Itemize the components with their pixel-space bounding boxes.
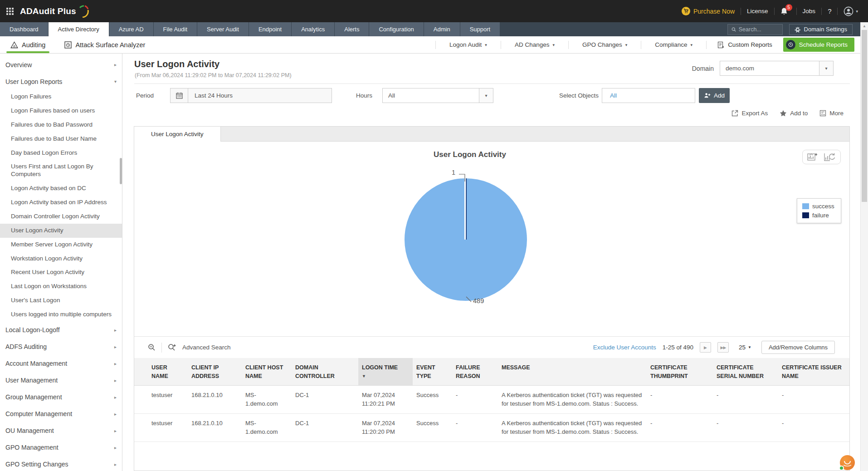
hours-select[interactable]: All ▾ — [382, 88, 493, 103]
advanced-search-icon[interactable] — [168, 343, 176, 351]
sidebar-item-logon-activity-based-on-dc[interactable]: Logon Activity based on DC — [0, 182, 122, 196]
domain-select[interactable]: demo.com ▾ — [720, 61, 834, 76]
nav-tab-endpoint[interactable]: Endpoint — [249, 22, 291, 36]
column-header-domain-controller[interactable]: DOMAIN CONTROLLER — [292, 358, 358, 385]
sidebar-item-logon-activity-based-on-ip-address[interactable]: Logon Activity based on IP Address — [0, 196, 122, 210]
sidebar-item-failures-due-to-bad-password[interactable]: Failures due to Bad Password — [0, 118, 122, 132]
menu-ad-changes[interactable]: AD Changes▾ — [501, 41, 568, 48]
purchase-now-button[interactable]: Purchase Now — [682, 7, 735, 15]
period-picker[interactable]: Last 24 Hours — [170, 88, 332, 103]
custom-reports-button[interactable]: Custom Reports — [717, 41, 772, 49]
advanced-search-label[interactable]: Advanced Search — [182, 344, 231, 351]
tab-auditing[interactable]: Auditing — [6, 36, 49, 53]
help-icon[interactable]: ? — [828, 7, 831, 15]
column-header-user-name[interactable]: USER NAME — [148, 358, 188, 385]
scrollbar-thumb[interactable] — [862, 30, 867, 202]
column-header-client-host-name[interactable]: CLIENT HOST NAME — [242, 358, 292, 385]
sidebar-item-ou-management[interactable]: OU Management▸ — [0, 422, 122, 439]
sidebar-item-user-logon-activity[interactable]: User Logon Activity — [0, 224, 122, 238]
column-header-logon-time[interactable]: LOGON TIME▼ — [358, 358, 413, 385]
sidebar-item-day-based-logon-errors[interactable]: Day based Logon Errors — [0, 146, 122, 160]
domain-settings-button[interactable]: Domain Settings — [789, 24, 853, 35]
column-header-failure-reason[interactable]: FAILURE REASON — [452, 358, 498, 385]
table-row[interactable]: testuser168.21.0.10MS-1.demo.comDC-1Mar … — [134, 414, 849, 442]
sidebar-item-logon-failures-based-on-users[interactable]: Logon Failures based on users — [0, 104, 122, 118]
nav-tab-configuration[interactable]: Configuration — [369, 22, 423, 36]
sidebar-item-last-logon-on-workstations[interactable]: Last Logon on Workstations — [0, 280, 122, 294]
legend-item-failure[interactable]: failure — [802, 212, 834, 219]
menu-compliance[interactable]: Compliance▾ — [641, 41, 706, 48]
sidebar-scrollbar-thumb[interactable] — [120, 158, 122, 184]
sidebar-item-local-logon-logoff[interactable]: Local Logon-Logoff▸ — [0, 322, 122, 339]
sidebar-item-gpo-management[interactable]: GPO Management▸ — [0, 439, 122, 456]
page-size-select[interactable]: 25 ▼ — [739, 344, 751, 351]
change-chart-type-icon[interactable] — [824, 152, 836, 162]
sidebar-item-user-s-last-logon[interactable]: User's Last Logon — [0, 294, 122, 308]
next-page-button[interactable]: ▶ — [700, 342, 711, 353]
apps-grid-icon[interactable] — [6, 8, 14, 15]
sidebar-item-logon-failures[interactable]: Logon Failures — [0, 90, 122, 104]
schedule-reports-button[interactable]: Schedule Reports — [783, 38, 854, 52]
jobs-link[interactable]: Jobs — [803, 8, 816, 15]
menu-logon-audit[interactable]: Logon Audit▾ — [436, 41, 501, 48]
column-header-certificate-thumbprint[interactable]: CERTIFICATE THUMBPRINT — [647, 358, 713, 385]
export-chart-image-icon[interactable] — [807, 152, 818, 162]
sidebar-item-user-logon-reports[interactable]: User Logon Reports▾ — [0, 73, 122, 90]
sidebar-item-computer-management[interactable]: Computer Management▸ — [0, 406, 122, 422]
divider — [741, 8, 741, 15]
search-input[interactable] — [739, 26, 779, 33]
sidebar-item-account-management[interactable]: Account Management▸ — [0, 355, 122, 372]
add-objects-button[interactable]: Add — [699, 88, 730, 103]
column-header-label: CERTIFICATE SERIAL NUMBER — [717, 363, 774, 381]
more-button[interactable]: More — [819, 110, 844, 117]
sidebar-item-workstation-logon-activity[interactable]: Workstation Logon Activity — [0, 252, 122, 266]
license-link[interactable]: License — [747, 8, 768, 15]
sidebar-item-gpo-setting-changes[interactable]: GPO Setting Changes▸ — [0, 456, 122, 471]
pie-chart[interactable] — [402, 176, 530, 304]
notifications-bell-icon[interactable]: 5 — [780, 7, 790, 15]
nav-tab-support[interactable]: Support — [460, 22, 500, 36]
sidebar-item-adfs-auditing[interactable]: ADFS Auditing▸ — [0, 339, 122, 355]
nav-tab-analytics[interactable]: Analytics — [292, 22, 334, 36]
sidebar-item-users-first-and-last-logon-by-computers[interactable]: Users First and Last Logon By Computers — [0, 160, 122, 182]
cell-client-host-name: MS-1.demo.com — [242, 414, 292, 442]
chevron-down-icon: ▼ — [748, 345, 751, 349]
column-header-message[interactable]: MESSAGE — [498, 358, 647, 385]
column-header-event-type[interactable]: EVENT TYPE — [413, 358, 452, 385]
menu-gpo-changes[interactable]: GPO Changes▾ — [569, 41, 641, 48]
sidebar-item-domain-controller-logon-activity[interactable]: Domain Controller Logon Activity — [0, 210, 122, 224]
column-header-client-ip-address[interactable]: CLIENT IP ADDRESS — [188, 358, 242, 385]
export-as-button[interactable]: Export As — [731, 110, 768, 117]
nav-tab-alerts[interactable]: Alerts — [335, 22, 369, 36]
sidebar-item-failures-due-to-bad-user-name[interactable]: Failures due to Bad User Name — [0, 132, 122, 146]
sidebar-item-recent-user-logon-activity[interactable]: Recent User Logon Activity — [0, 265, 122, 280]
nav-tab-admin[interactable]: Admin — [424, 22, 460, 36]
sidebar-item-group-management[interactable]: Group Management▸ — [0, 389, 122, 406]
nav-tab-azure-ad[interactable]: Azure AD — [109, 22, 153, 36]
add-remove-columns-button[interactable]: Add/Remove Columns — [761, 341, 835, 354]
global-search[interactable] — [727, 24, 783, 35]
chat-widget-icon[interactable] — [840, 455, 855, 470]
nav-tab-server-audit[interactable]: Server Audit — [197, 22, 249, 36]
column-header-certificate-serial-number[interactable]: CERTIFICATE SERIAL NUMBER — [713, 358, 778, 385]
sidebar-item-user-management[interactable]: User Management▸ — [0, 372, 122, 389]
scroll-up-arrow[interactable]: ▲ — [861, 24, 868, 28]
add-to-button[interactable]: Add to — [780, 110, 808, 117]
column-header-certificate-issuer-name[interactable]: CERTIFICATE ISSUER NAME — [778, 358, 849, 385]
sidebar-item-overview[interactable]: Overview▸ — [0, 56, 122, 73]
table-row[interactable]: testuser168.21.0.10MS-1.demo.comDC-1Mar … — [134, 386, 849, 414]
sidebar-item-users-logged-into-multiple-computers[interactable]: Users logged into multiple computers — [0, 308, 122, 322]
last-page-button[interactable]: ▶▶ — [717, 342, 729, 353]
nav-tab-dashboard[interactable]: Dashboard — [0, 22, 48, 36]
exclude-user-accounts-link[interactable]: Exclude User Accounts — [593, 344, 656, 351]
tab-user-logon-activity[interactable]: User Logon Activity — [134, 127, 221, 142]
legend-item-success[interactable]: success — [802, 203, 834, 210]
page-scrollbar[interactable]: ▲ — [860, 22, 868, 471]
nav-tab-active-directory[interactable]: Active Directory — [49, 22, 109, 36]
sidebar-item-member-server-logon-activity[interactable]: Member Server Logon Activity — [0, 238, 122, 252]
user-menu[interactable]: ▾ — [844, 6, 858, 16]
tab-attack-surface-analyzer[interactable]: Attack Surface Analyzer — [60, 36, 149, 53]
quick-search-icon[interactable] — [148, 343, 156, 351]
nav-tab-file-audit[interactable]: File Audit — [154, 22, 197, 36]
select-objects-field[interactable]: All — [602, 88, 695, 103]
